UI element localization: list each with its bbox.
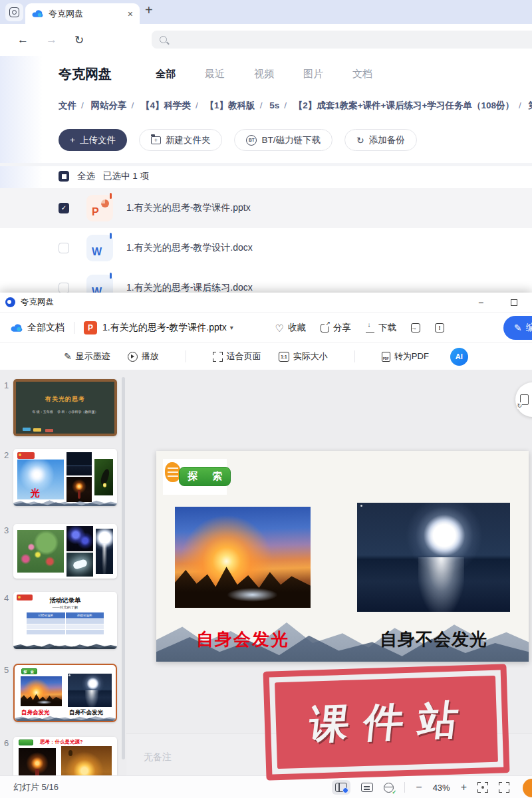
select-all-label[interactable]: 全选 [77,170,95,182]
download-button[interactable]: 下载 [366,322,396,334]
watermark-stamp: 课件站 [263,664,510,780]
tab-title: 夸克网盘 [49,8,122,20]
new-tab-button[interactable]: + [145,3,153,18]
edit-button[interactable]: ✎编辑 [503,316,532,340]
tab-image[interactable]: 图片 [303,68,323,80]
zoom-in-button[interactable]: + [461,781,467,793]
toggle-thumbnails-button[interactable] [332,780,350,795]
slide-canvas[interactable]: 探 索 自身会发光 自身不会发光 [156,451,529,662]
thumbnail-scrollbar[interactable] [122,377,125,759]
bulbs-image [61,746,112,775]
document-name: 1.有关光的思考-教学课件.pptx [102,322,227,334]
favorite-button[interactable]: ♡收藏 [275,322,306,334]
search-tabs-icon [9,7,19,17]
sunrise-image [175,507,311,608]
tab-all[interactable]: 全部 [156,68,176,80]
moon-image [68,674,112,707]
firefly-image [94,459,113,495]
slide-counter: 幻灯片 5/16 [13,781,59,793]
slide-thumbnail-3[interactable] [13,524,117,579]
back-icon[interactable]: ← [17,33,29,47]
forward-icon[interactable]: → [46,33,57,47]
browser-tab[interactable]: 夸克网盘 × [25,3,140,24]
crumb[interactable]: 【4】科学类 [141,100,191,110]
translate-globe-icon[interactable] [384,783,394,793]
feedback-button[interactable]: ! [435,323,444,332]
drive-page: 夸克网盘 全部 最近 视频 图片 文档 文件/ 网站分享/ 【4】科学类/ 【1… [0,56,532,293]
heart-icon: ♡ [275,323,284,333]
crumb[interactable]: 【1】教科版 [205,100,255,110]
actual-size-button[interactable]: 1:1实际大小 [279,350,328,362]
ppt-file-icon: P [86,195,113,221]
file-checkbox[interactable] [59,283,69,293]
crumb[interactable]: 5s [269,100,279,110]
tab-close-icon[interactable]: × [128,9,133,19]
stamp-text: 课件站 [297,692,476,751]
minimize-button[interactable]: − [469,293,492,313]
flowers-image [17,530,64,573]
tab-video[interactable]: 视频 [254,68,274,80]
slide-thumbnail-2[interactable]: 光 [13,449,117,506]
pdf-icon: PDF [382,352,390,362]
file-row[interactable]: W 1.有关光的思考-教学设计.docx [0,228,532,268]
file-row[interactable]: ✓ P 1.有关光的思考-教学课件.pptx [0,188,532,228]
assistant-floating-button[interactable] [523,779,532,797]
zoom-level: 43% [433,783,450,793]
long-image-button[interactable] [515,382,532,417]
address-search-bar[interactable] [152,31,532,49]
folder-plus-icon: + [151,136,161,144]
play-button[interactable]: 播放 [128,350,159,362]
save-to-drive-button[interactable] [411,323,420,332]
crumb[interactable]: 第 [528,100,532,110]
slide-thumbnail-4[interactable]: 活动记录单 ——对光的了解 已经知道的还想知道的 [13,592,117,649]
file-name[interactable]: 1.有关光的思考-教学课件.pptx [126,202,251,214]
to-pdf-button[interactable]: PDF转为PDF [382,350,429,362]
slide-thumbnail-1[interactable]: 有关光的思考 年 级：五年级 学 科：小学科学（教科版） [13,379,117,436]
notes-icon[interactable] [361,783,373,792]
file-row[interactable]: W 1.有关光的思考-课后练习.docx [0,268,532,293]
slide-thumbnail-5-selected[interactable]: 探 索 自身会发光 自身不会发光 [13,664,117,722]
file-name[interactable]: 1.有关光的思考-课后练习.docx [126,282,253,293]
fit-screen-button[interactable] [477,782,488,793]
fullscreen-button[interactable] [499,782,509,793]
bt-icon: BT [246,135,257,146]
file-checkbox[interactable] [59,243,69,253]
app-logo-icon [5,297,15,307]
chevron-down-icon[interactable]: ▾ [230,324,233,331]
bt-download-button[interactable]: BTBT/磁力链下载 [234,129,332,151]
browser-navbar: ← → ↻ [0,24,532,56]
upload-button[interactable]: +上传文件 [59,129,127,151]
ink-pen-icon: ✎ [64,351,72,362]
candle-image [66,477,92,502]
zoom-out-button[interactable]: − [416,781,422,793]
file-checkbox-checked[interactable]: ✓ [59,203,69,213]
refresh-icon[interactable]: ↻ [74,33,84,47]
slide-thumbnail-6[interactable]: 思考：什么是光源? [13,737,117,775]
new-folder-button[interactable]: +新建文件夹 [139,129,223,151]
breadcrumb: 文件/ 网站分享/ 【4】科学类/ 【1】教科版/ 5s/ 【2】成套1教案+课… [59,100,532,112]
crumb[interactable]: 文件 [59,100,76,110]
browser-chrome: 夸克网盘 × + ← → ↻ [0,0,532,56]
fit-page-button[interactable]: 适合页面 [213,350,261,362]
maximize-button[interactable] [500,293,523,313]
tab-search-button[interactable] [5,3,23,21]
share-icon [321,324,329,332]
share-button[interactable]: 分享 [321,322,351,334]
status-bar: 幻灯片 5/16 − 43% + [0,775,532,798]
crumb[interactable]: 【2】成套1教案+课件+课后练习+学习任务单（108份） [294,100,514,110]
file-name[interactable]: 1.有关光的思考-教学设计.docx [126,242,253,254]
slide-number: 2 [4,450,13,460]
tab-recent[interactable]: 最近 [205,68,225,80]
crumb[interactable]: 网站分享 [91,100,127,110]
add-backup-button[interactable]: ↻添加备份 [344,129,417,151]
search-icon [160,36,167,43]
ai-assistant-button[interactable]: AI [450,348,468,366]
show-ink-button[interactable]: ✎显示墨迹 [64,350,110,362]
divider [354,350,355,362]
tab-doc[interactable]: 文档 [352,68,372,80]
select-all-checkbox[interactable] [59,171,69,182]
slide-badge-icon [17,452,35,459]
divider [74,322,74,334]
all-docs-link[interactable]: 全部文档 [27,322,65,334]
explore-badge: 探 索 [179,467,231,486]
